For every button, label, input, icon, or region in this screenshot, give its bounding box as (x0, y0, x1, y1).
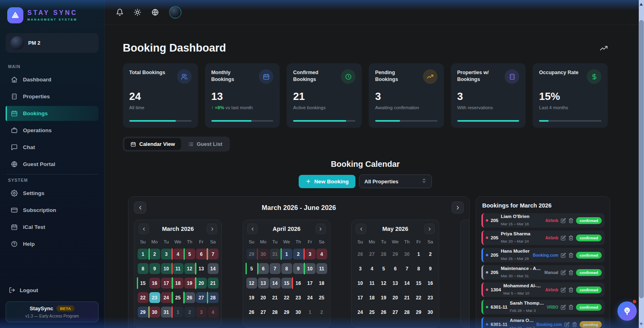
calendar-day-cell[interactable]: 14 (270, 278, 281, 289)
booking-row-mohammed-al-farsi[interactable]: 1304Mohammed Al-FarsiMar 5 – Mar 10Airbn… (481, 282, 605, 297)
calendar-day-cell[interactable]: 11 (316, 263, 327, 274)
calendar-day-cell[interactable]: 3 (355, 263, 366, 274)
booking-row-amara-okafor[interactable]: 6301-11Amara OkaforMar 30 – Apr 2Booking… (481, 317, 605, 328)
calendar-day-cell[interactable]: 3 (161, 249, 172, 259)
new-booking-button[interactable]: New Booking (299, 175, 356, 188)
sidebar-item-bookings[interactable]: Bookings (6, 106, 99, 121)
calendar-day-cell[interactable]: 1 (138, 249, 149, 259)
calendar-day-cell[interactable]: 20 (390, 292, 401, 303)
calendar-day-cell[interactable]: 7 (270, 263, 281, 274)
calendar-day-cell[interactable]: 29 (281, 307, 292, 318)
calendar-day-cell[interactable]: 26 (355, 249, 366, 259)
calendar-day-cell[interactable]: 24 (355, 307, 366, 318)
tab-calendar-view[interactable]: Calendar View (124, 138, 181, 150)
calendar-day-cell[interactable]: 10 (161, 263, 172, 274)
calendar-day-cell[interactable]: 9 (149, 263, 160, 274)
calendar-day-cell[interactable]: 23 (149, 292, 160, 303)
calendar-day-cell[interactable]: 16 (293, 278, 304, 289)
sidebar-item-chat[interactable]: Chat (6, 140, 99, 155)
calendar-day-cell[interactable]: 31 (270, 249, 281, 259)
calendar-day-cell[interactable]: 8 (281, 263, 292, 274)
calendar-day-cell[interactable]: 28 (378, 249, 389, 259)
calendar-day-cell[interactable]: 31 (161, 307, 172, 318)
calendar-day-cell[interactable]: 23 (293, 292, 304, 303)
calendar-day-cell[interactable]: 2 (316, 307, 327, 318)
calendar-prev-button[interactable] (134, 201, 146, 214)
trash-icon[interactable] (568, 305, 574, 310)
calendar-day-cell[interactable]: 7 (402, 263, 413, 274)
calendar-day-cell[interactable]: 1 (413, 249, 424, 259)
calendar-day-cell[interactable]: 21 (270, 292, 281, 303)
calendar-day-cell[interactable]: 6 (196, 249, 207, 259)
edit-icon[interactable] (561, 270, 566, 275)
calendar-day-cell[interactable]: 5 (184, 249, 195, 259)
calendar-day-cell[interactable]: 5 (246, 263, 257, 274)
sidebar-item-help[interactable]: Help (6, 237, 99, 251)
calendar-day-cell[interactable]: 21 (402, 292, 413, 303)
calendar-day-cell[interactable]: 30 (402, 249, 413, 259)
calendar-day-cell[interactable]: 13 (258, 278, 269, 289)
calendar-day-cell[interactable]: 25 (316, 292, 327, 303)
calendar-day-cell[interactable]: 19 (378, 292, 389, 303)
calendar-day-cell[interactable]: 20 (196, 278, 207, 289)
sidebar-item-dashboard[interactable]: Dashboard (6, 72, 99, 87)
calendar-day-cell[interactable]: 26 (378, 307, 389, 318)
booking-row-maintenance-a-c-s[interactable]: 205Maintenance - A/C S...Mar 30 – Mar 31… (481, 265, 605, 280)
month-next-button[interactable] (207, 224, 217, 234)
scroll-up-arrow[interactable] (640, 3, 643, 6)
calendar-next-button[interactable] (452, 201, 464, 214)
calendar-day-cell[interactable]: 2 (149, 249, 160, 259)
calendar-day-cell[interactable]: 2 (293, 249, 304, 259)
calendar-day-cell[interactable]: 1 (281, 249, 292, 259)
calendar-day-cell[interactable]: 21 (208, 278, 219, 289)
calendar-day-cell[interactable]: 8 (413, 263, 424, 274)
page-scrollbar[interactable] (639, 0, 644, 328)
booking-row-hans-mueller[interactable]: 205Hans MuellerMar 26 – Mar 29Booking.co… (481, 248, 605, 262)
month-next-button[interactable] (424, 224, 435, 234)
sidebar-user-card[interactable]: PM 2 (6, 33, 99, 53)
month-prev-button[interactable] (247, 224, 258, 234)
edit-icon[interactable] (561, 287, 566, 293)
calendar-day-cell[interactable]: 28 (402, 307, 413, 318)
tab-guest-list[interactable]: Guest List (182, 138, 229, 150)
calendar-day-cell[interactable]: 30 (293, 307, 304, 318)
topbar-avatar[interactable] (169, 6, 182, 19)
calendar-day-cell[interactable]: 8 (138, 263, 149, 274)
scroll-down-arrow[interactable] (640, 323, 643, 326)
calendar-day-cell[interactable]: 14 (402, 278, 413, 289)
month-next-button[interactable] (316, 224, 326, 234)
calendar-day-cell[interactable]: 18 (316, 278, 327, 289)
calendar-day-cell[interactable]: 9 (425, 263, 436, 274)
edit-icon[interactable] (561, 305, 566, 310)
calendar-day-cell[interactable]: 28 (270, 307, 281, 318)
edit-icon[interactable] (564, 322, 570, 327)
calendar-day-cell[interactable]: 3 (196, 307, 207, 318)
calendar-day-cell[interactable]: 9 (293, 263, 304, 274)
calendar-day-cell[interactable]: 26 (184, 292, 195, 303)
calendar-day-cell[interactable]: 30 (258, 249, 269, 259)
theme-sun-icon[interactable] (134, 8, 141, 16)
calendar-day-cell[interactable]: 25 (173, 292, 184, 303)
calendar-day-cell[interactable]: 12 (184, 263, 195, 274)
calendar-day-cell[interactable]: 26 (246, 307, 257, 318)
calendar-day-cell[interactable]: 27 (196, 292, 207, 303)
calendar-day-cell[interactable]: 6 (390, 263, 401, 274)
calendar-day-cell[interactable]: 5 (378, 263, 389, 274)
calendar-day-cell[interactable]: 27 (258, 307, 269, 318)
calendar-day-cell[interactable]: 27 (390, 307, 401, 318)
calendar-day-cell[interactable]: 17 (305, 278, 316, 289)
trash-icon[interactable] (568, 253, 574, 258)
month-prev-button[interactable] (356, 224, 366, 234)
calendar-day-cell[interactable]: 1 (173, 307, 184, 318)
calendar-day-cell[interactable]: 11 (173, 263, 184, 274)
edit-icon[interactable] (561, 218, 566, 223)
calendar-day-cell[interactable]: 2 (425, 249, 436, 259)
calendar-day-cell[interactable]: 20 (258, 292, 269, 303)
calendar-day-cell[interactable]: 4 (316, 249, 327, 259)
calendar-day-cell[interactable]: 4 (173, 249, 184, 259)
trash-icon[interactable] (572, 322, 577, 327)
calendar-day-cell[interactable]: 24 (305, 292, 316, 303)
calendar-day-cell[interactable]: 17 (355, 292, 366, 303)
calendar-day-cell[interactable]: 22 (281, 292, 292, 303)
sidebar-item-guest-portal[interactable]: Guest Portal (6, 157, 99, 172)
